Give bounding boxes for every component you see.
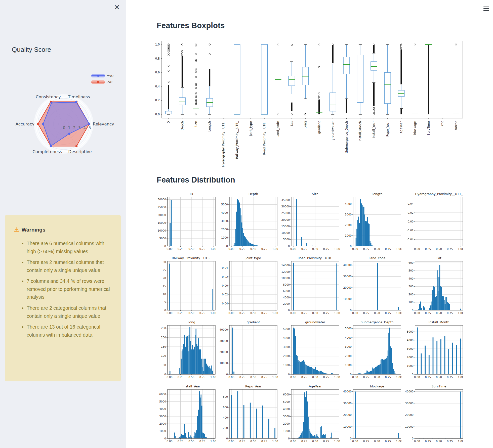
svg-text:groundwater: groundwater bbox=[331, 121, 335, 141]
histogram-Hydrography_Proximity__UT1_: -0.04-0.020.000.020.040.000.250.500.751.… bbox=[401, 192, 463, 256]
svg-text:14000: 14000 bbox=[281, 264, 290, 267]
svg-text:30000: 30000 bbox=[343, 275, 352, 278]
svg-text:0.02: 0.02 bbox=[408, 211, 414, 214]
svg-text:1.0: 1.0 bbox=[155, 43, 160, 46]
warnings-title: ⚠ Warnings bbox=[5, 215, 121, 233]
histogram-Lat: 01002003004005006000.000.250.500.751.00L… bbox=[401, 256, 463, 320]
svg-text:10000: 10000 bbox=[220, 362, 228, 365]
svg-text:Submergence_Depth: Submergence_Depth bbox=[345, 121, 348, 153]
svg-text:0: 0 bbox=[63, 126, 65, 130]
warnings-panel: ⚠ Warnings There are 6 numerical columns… bbox=[5, 215, 121, 381]
radar-legend: +ve -ve bbox=[91, 73, 113, 84]
svg-text:1.00: 1.00 bbox=[396, 376, 401, 379]
svg-text:Completeness: Completeness bbox=[32, 149, 62, 154]
legend-item-positive[interactable]: +ve bbox=[91, 73, 113, 78]
svg-text:250: 250 bbox=[161, 327, 166, 330]
svg-text:5000: 5000 bbox=[345, 327, 352, 330]
svg-text:0.00: 0.00 bbox=[290, 440, 296, 443]
svg-text:-0.02: -0.02 bbox=[407, 229, 414, 232]
svg-text:Hydrography_Proximity__UT1_: Hydrography_Proximity__UT1_ bbox=[222, 121, 225, 167]
svg-text:0.25: 0.25 bbox=[178, 311, 183, 315]
svg-text:2000: 2000 bbox=[283, 354, 290, 357]
svg-text:0.50: 0.50 bbox=[436, 376, 442, 379]
svg-text:0.00: 0.00 bbox=[228, 247, 234, 250]
svg-text:6000: 6000 bbox=[283, 289, 290, 292]
svg-text:1.00: 1.00 bbox=[334, 247, 340, 250]
svg-text:0.75: 0.75 bbox=[385, 247, 391, 250]
svg-text:0.75: 0.75 bbox=[261, 311, 267, 315]
svg-text:0: 0 bbox=[226, 373, 228, 376]
close-icon[interactable]: ✕ bbox=[112, 3, 121, 12]
svg-text:1000: 1000 bbox=[283, 429, 290, 432]
histogram-Submergence_Depth: 0100020003000400050000.000.250.500.751.0… bbox=[340, 320, 401, 384]
svg-text:3000: 3000 bbox=[345, 213, 352, 216]
svg-text:0.25: 0.25 bbox=[178, 247, 183, 250]
svg-text:Accuracy: Accuracy bbox=[16, 122, 35, 126]
svg-text:ID: ID bbox=[190, 192, 193, 196]
svg-text:40000: 40000 bbox=[343, 390, 352, 393]
svg-text:30000: 30000 bbox=[220, 339, 228, 342]
svg-text:0.75: 0.75 bbox=[447, 376, 453, 379]
svg-text:SurvTime: SurvTime bbox=[432, 384, 446, 388]
svg-text:0.75: 0.75 bbox=[323, 311, 329, 315]
svg-text:Road_Proximity__UT8_: Road_Proximity__UT8_ bbox=[298, 256, 333, 260]
warning-item: There are 2 categorical columns that con… bbox=[27, 304, 114, 320]
svg-text:0.75: 0.75 bbox=[199, 376, 205, 379]
svg-text:0.75: 0.75 bbox=[323, 247, 329, 250]
svg-text:20000: 20000 bbox=[158, 213, 166, 216]
svg-text:Consistency: Consistency bbox=[36, 95, 61, 99]
svg-text:1.00: 1.00 bbox=[396, 311, 401, 315]
svg-text:600: 600 bbox=[408, 261, 414, 264]
svg-text:0.75: 0.75 bbox=[323, 440, 329, 443]
svg-text:50: 50 bbox=[163, 364, 166, 367]
svg-text:0.50: 0.50 bbox=[188, 440, 194, 443]
svg-text:25000: 25000 bbox=[281, 211, 290, 214]
svg-text:4000: 4000 bbox=[283, 408, 290, 411]
svg-text:30000: 30000 bbox=[281, 205, 290, 208]
svg-text:20: 20 bbox=[163, 277, 166, 280]
histogram-Install_Month: 0100020003000400050000.000.250.500.751.0… bbox=[401, 320, 463, 384]
svg-text:40000: 40000 bbox=[343, 263, 352, 266]
svg-text:2: 2 bbox=[73, 126, 76, 130]
svg-text:0.50: 0.50 bbox=[436, 311, 442, 315]
svg-text:6000: 6000 bbox=[159, 393, 166, 396]
svg-text:0.00: 0.00 bbox=[222, 284, 228, 287]
svg-text:100: 100 bbox=[161, 354, 166, 357]
svg-text:totcnt: totcnt bbox=[454, 121, 458, 130]
svg-text:5000: 5000 bbox=[407, 330, 414, 333]
warning-item: There are 13 out of 16 categorical colum… bbox=[27, 323, 114, 339]
svg-text:-0.02: -0.02 bbox=[221, 293, 228, 296]
svg-text:Hydrography_Proximity__UT1_: Hydrography_Proximity__UT1_ bbox=[415, 192, 463, 196]
svg-text:5: 5 bbox=[164, 301, 166, 304]
svg-text:Install_Year: Install_Year bbox=[183, 384, 200, 388]
svg-text:Descriptive: Descriptive bbox=[68, 149, 92, 154]
svg-text:Depth: Depth bbox=[249, 192, 258, 196]
svg-text:joint_type: joint_type bbox=[245, 256, 261, 260]
svg-text:0.4: 0.4 bbox=[155, 85, 160, 88]
svg-text:0.00: 0.00 bbox=[290, 376, 296, 379]
svg-text:100: 100 bbox=[408, 301, 414, 304]
svg-text:0.50: 0.50 bbox=[312, 311, 318, 315]
svg-text:1.00: 1.00 bbox=[210, 311, 216, 315]
warning-item: 7 columns and 34.4 % of rows were remove… bbox=[27, 277, 114, 301]
svg-text:1.00: 1.00 bbox=[210, 247, 216, 250]
svg-text:5000: 5000 bbox=[159, 400, 166, 403]
svg-text:0: 0 bbox=[350, 309, 352, 312]
menu-icon[interactable] bbox=[483, 7, 489, 11]
svg-text:0.00: 0.00 bbox=[414, 247, 420, 250]
histogram-Install_Year: 01000200030004000500060000.000.250.500.7… bbox=[154, 384, 216, 448]
svg-text:1.00: 1.00 bbox=[396, 247, 401, 250]
quality-score-title: Quality Score bbox=[12, 46, 51, 54]
svg-text:AgeYear: AgeYear bbox=[309, 384, 322, 388]
svg-text:300: 300 bbox=[408, 285, 414, 288]
svg-text:0.75: 0.75 bbox=[199, 311, 205, 315]
svg-text:0: 0 bbox=[288, 373, 290, 376]
svg-text:0.00: 0.00 bbox=[228, 376, 234, 379]
svg-text:Install_Year: Install_Year bbox=[372, 121, 376, 138]
svg-text:20000: 20000 bbox=[405, 413, 414, 416]
svg-text:Land_code: Land_code bbox=[276, 121, 280, 137]
svg-text:joint_type: joint_type bbox=[249, 121, 253, 136]
svg-text:0.50: 0.50 bbox=[188, 376, 194, 379]
svg-text:10000: 10000 bbox=[158, 229, 166, 232]
svg-text:0.50: 0.50 bbox=[436, 440, 442, 443]
